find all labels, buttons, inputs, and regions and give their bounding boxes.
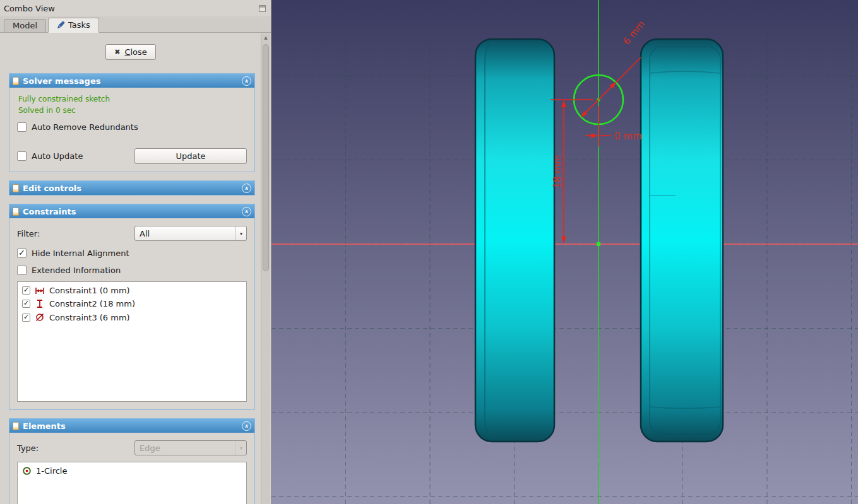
hide-internal-alignment-checkbox[interactable]	[17, 249, 27, 258]
solver-messages-header[interactable]: Solver messages ∧	[9, 74, 254, 88]
edit-controls-header[interactable]: Edit controls ∧	[9, 181, 254, 195]
pen-icon	[57, 21, 65, 29]
auto-remove-redundants-checkbox[interactable]	[17, 122, 27, 132]
collapse-icon[interactable]: ∧	[242, 76, 251, 86]
list-item[interactable]: Constraint3 (6 mm)	[18, 310, 246, 324]
diameter-icon	[35, 312, 45, 322]
solver-messages-title: Solver messages	[23, 76, 100, 86]
float-panel-icon[interactable]	[259, 5, 266, 12]
hide-internal-alignment-label: Hide Internal Alignment	[32, 249, 129, 258]
constraints-title: Constraints	[23, 207, 76, 216]
document-icon	[13, 422, 19, 430]
collapse-icon[interactable]: ∧	[242, 421, 251, 431]
type-label: Type:	[17, 443, 39, 453]
panel-title: Combo View	[4, 4, 55, 13]
close-button[interactable]: ✖ Close	[105, 44, 156, 60]
constraint-label: Constraint2 (18 mm)	[49, 299, 135, 308]
circle-icon	[22, 466, 32, 476]
vertical-distance-icon	[35, 299, 45, 308]
scroll-up-icon[interactable]: ▲	[261, 33, 270, 43]
3d-viewport[interactable]: 6 mm 0 mm 18 mm	[271, 0, 858, 504]
panel-scrollbar[interactable]: ▲	[261, 33, 270, 504]
edit-controls-title: Edit controls	[23, 184, 81, 193]
horizontal-dimension-label[interactable]: 0 mm	[614, 131, 642, 142]
solver-status-line: Fully constrained sketch	[18, 95, 246, 103]
tab-tasks[interactable]: Tasks	[48, 18, 99, 33]
section-edit-controls: Edit controls ∧	[9, 180, 255, 196]
combo-view-panel: Combo View Model Tasks ✖ Close	[0, 0, 271, 504]
constraint-label: Constraint1 (0 mm)	[49, 286, 130, 295]
document-icon	[13, 208, 19, 216]
tab-model-label: Model	[13, 21, 37, 30]
close-icon: ✖	[114, 48, 120, 56]
list-item[interactable]: Constraint1 (0 mm)	[18, 284, 246, 297]
section-solver-messages: Solver messages ∧ Fully constrained sket…	[9, 73, 255, 172]
update-button[interactable]: Update	[134, 148, 247, 164]
viewport-background	[271, 0, 858, 504]
document-icon	[13, 184, 19, 192]
vertical-dimension-label[interactable]: 18 mm	[552, 155, 563, 188]
element-type-select: Edge ▾	[134, 440, 247, 455]
collapse-icon[interactable]: ∧	[242, 207, 251, 216]
constraint-visibility-checkbox[interactable]	[22, 300, 30, 308]
elements-title: Elements	[23, 421, 66, 431]
panel-tabbar: Model Tasks	[0, 16, 271, 33]
list-item[interactable]: Constraint2 (18 mm)	[18, 297, 246, 310]
tab-tasks-label: Tasks	[68, 20, 90, 30]
constraints-list: Constraint1 (0 mm) Constraint2 (18 mm)	[17, 281, 247, 402]
3d-viewport-canvas[interactable]: 6 mm 0 mm 18 mm	[271, 0, 858, 504]
panel-titlebar: Combo View	[0, 0, 271, 16]
constraints-header[interactable]: Constraints ∧	[9, 204, 254, 218]
extended-information-checkbox[interactable]	[17, 266, 27, 275]
section-elements: Elements ∧ Type: Edge ▾	[9, 418, 255, 504]
tab-model[interactable]: Model	[4, 19, 46, 32]
list-item[interactable]: 1-Circle	[18, 464, 246, 478]
section-constraints: Constraints ∧ Filter: All ▾ Hide Interna…	[9, 204, 255, 410]
auto-remove-redundants-label: Auto Remove Redundants	[32, 122, 138, 132]
constraint-visibility-checkbox[interactable]	[22, 286, 30, 295]
constraint-filter-select[interactable]: All ▾	[134, 226, 247, 241]
collapse-icon[interactable]: ∧	[242, 184, 251, 193]
solid-pad-left[interactable]	[475, 39, 554, 442]
elements-header[interactable]: Elements ∧	[9, 419, 254, 433]
auto-update-checkbox[interactable]	[17, 151, 27, 161]
origin-point[interactable]	[597, 242, 600, 246]
elements-list: 1-Circle	[17, 462, 247, 504]
chevron-down-icon: ▾	[235, 441, 246, 455]
type-selected-value: Edge	[140, 443, 160, 453]
auto-update-label: Auto Update	[32, 151, 83, 161]
chevron-down-icon: ▾	[235, 226, 246, 240]
horizontal-distance-icon	[35, 286, 45, 295]
filter-selected-value: All	[140, 229, 150, 238]
solver-time-line: Solved in 0 sec	[18, 106, 246, 115]
freecad-combo-view: Combo View Model Tasks ✖ Close	[0, 0, 858, 504]
constraint-label: Constraint3 (6 mm)	[49, 313, 130, 322]
constraint-visibility-checkbox[interactable]	[22, 314, 30, 322]
extended-information-label: Extended Information	[32, 266, 121, 275]
tasks-panel-body: ✖ Close Solver messages ∧ Fully constrai…	[0, 33, 261, 504]
solid-pad-right[interactable]	[641, 39, 723, 442]
filter-label: Filter:	[17, 229, 40, 238]
element-label: 1-Circle	[36, 466, 67, 476]
document-icon	[13, 77, 19, 85]
scrollbar-thumb[interactable]	[263, 44, 269, 271]
